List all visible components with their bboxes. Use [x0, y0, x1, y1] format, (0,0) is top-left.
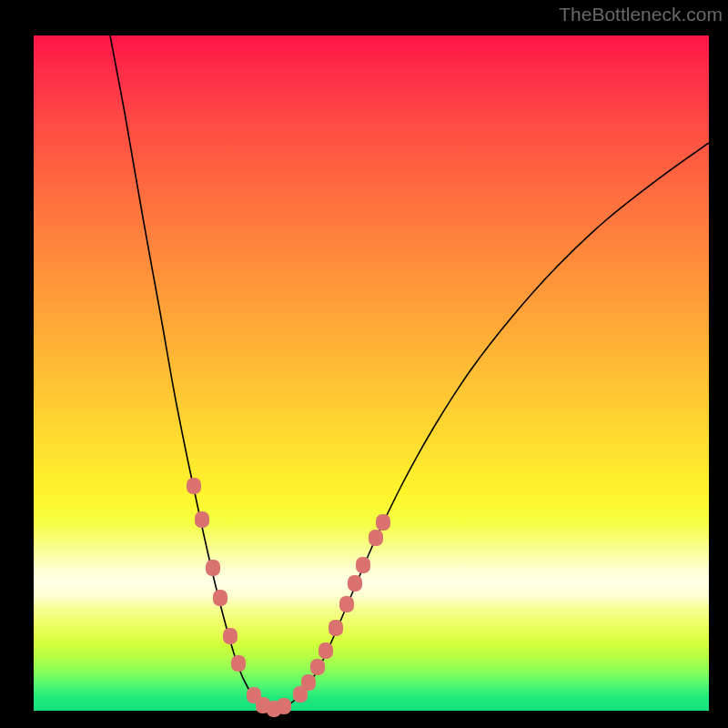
curve-marker [356, 557, 370, 573]
marker-layer [34, 35, 709, 711]
watermark-text: TheBottleneck.com [559, 4, 723, 25]
curve-marker [213, 590, 228, 606]
curve-marker [206, 560, 220, 576]
curve-marker [310, 659, 325, 675]
curve-marker [329, 620, 343, 636]
curve-marker [376, 514, 390, 531]
curve-marker [318, 642, 333, 659]
curve-marker [348, 575, 362, 592]
curve-marker [223, 628, 238, 644]
curve-marker [369, 530, 383, 546]
curve-marker [195, 511, 209, 528]
curve-marker [187, 478, 201, 494]
curve-marker [231, 655, 246, 672]
curve-marker [339, 596, 354, 612]
curve-marker [277, 698, 291, 714]
curve-marker [301, 674, 316, 691]
